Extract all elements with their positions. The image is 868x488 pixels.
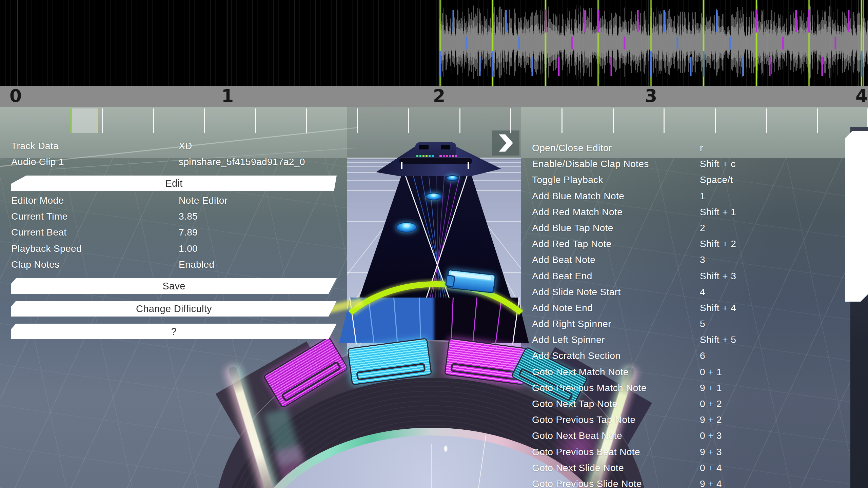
beat-number: 0: [9, 86, 22, 107]
shortcut-action: Add Scratch Section: [532, 350, 620, 362]
info-label: Playback Speed: [11, 243, 82, 255]
edit-button[interactable]: Edit: [11, 176, 337, 191]
beat-tick: [153, 108, 154, 133]
ship-light: [432, 155, 434, 157]
shortcut-keys: Shift + 3: [700, 270, 736, 282]
shortcut-keys: r: [700, 142, 703, 154]
beat-tick: [204, 108, 205, 133]
audio-waveform-timeline[interactable]: [0, 0, 868, 86]
shortcut-keys: 0 + 4: [700, 462, 722, 474]
shortcut-keys: 2: [700, 222, 705, 234]
beat-ruler[interactable]: 01234: [0, 86, 868, 107]
shortcut-action: Goto Previous Slide Note: [532, 478, 642, 488]
info-label: Track Data: [11, 140, 59, 152]
beat-tick: [561, 108, 563, 133]
player-ship-bumper: [399, 158, 472, 164]
blue-match-note: [396, 222, 417, 232]
beat-number: 1: [221, 86, 234, 107]
blue-match-note: [446, 175, 458, 181]
info-value: 3.85: [179, 211, 198, 222]
info-value: 7.89: [179, 227, 198, 238]
scrollbar-thumb[interactable]: [845, 131, 868, 302]
ship-status-lights: [416, 155, 457, 158]
shortcut-action: Goto Next Beat Note: [532, 430, 622, 442]
info-label: Current Beat: [11, 227, 67, 238]
shortcut-action: Add Right Spinner: [532, 318, 611, 330]
track-editor-root: 01234: [0, 0, 868, 488]
collapse-panel-button[interactable]: [492, 130, 519, 156]
ship-light: [416, 155, 418, 157]
beat-tick: [766, 108, 767, 133]
game-scene[interactable]: [0, 107, 868, 488]
shortcut-action: Add Note End: [532, 302, 593, 314]
beat-tick: [357, 108, 358, 133]
shortcut-keys: Space/t: [700, 174, 733, 186]
beat-tick: [255, 108, 256, 133]
current-beat-arc: [319, 278, 553, 319]
track-edge-post: [401, 162, 402, 169]
shortcut-keys: 1: [700, 190, 705, 202]
shortcut-keys: 4: [700, 286, 705, 298]
ship-light: [446, 155, 448, 157]
shortcut-keys: 9 + 4: [700, 478, 722, 488]
beat-tick: [102, 108, 103, 133]
beat-number: 2: [433, 86, 445, 107]
beat-tick: [613, 108, 614, 133]
info-label: Editor Mode: [11, 195, 64, 206]
shortcut-keys: 9 + 3: [700, 446, 722, 458]
info-label: Current Time: [11, 211, 68, 222]
wheel-face-line: [431, 444, 432, 488]
shortcut-action: Goto Previous Beat Note: [532, 446, 640, 458]
info-value: spinshare_5f4159ad917a2_0: [179, 156, 305, 168]
ship-intake: [419, 145, 429, 149]
shortcut-action: Add Blue Match Note: [532, 190, 624, 202]
info-value: XD: [179, 140, 192, 152]
shortcut-action: Goto Previous Match Note: [532, 382, 647, 394]
shortcut-action: Goto Next Slide Note: [532, 462, 624, 474]
shortcut-keys: 0 + 3: [700, 430, 722, 442]
shortcut-action: Add Beat Note: [532, 254, 595, 266]
ship-light: [426, 155, 428, 157]
ship-light: [443, 155, 445, 157]
ship-light: [449, 155, 451, 157]
shortcut-keys: Shift + 5: [700, 334, 736, 346]
shortcut-action: Add Red Match Note: [532, 206, 623, 218]
shortcut-keys: 3: [700, 254, 705, 266]
shortcut-keys: 0 + 2: [700, 398, 722, 410]
shortcut-keys: 9 + 2: [700, 414, 722, 426]
beat-tick: [664, 108, 665, 133]
shortcut-keys: 5: [700, 318, 705, 330]
info-label: Audio Clip 1: [11, 156, 64, 168]
shortcut-keys: 0 + 1: [700, 366, 722, 378]
right-chevron-icon: [498, 134, 514, 152]
shortcut-action: Add Blue Tap Note: [532, 222, 613, 234]
shortcut-keys: Shift + 2: [700, 238, 736, 250]
save-button[interactable]: Save: [11, 278, 337, 294]
ship-light: [429, 155, 431, 157]
shortcut-keys: Shift + c: [700, 158, 736, 170]
track-edge-post: [468, 162, 469, 169]
change-difficulty-button[interactable]: Change Difficulty: [11, 301, 337, 317]
ship-light: [419, 155, 421, 157]
ship-light: [422, 155, 425, 157]
ship-light: [455, 155, 457, 157]
shortcut-action: Add Red Tap Note: [532, 238, 612, 250]
shortcut-action: Goto Next Match Note: [532, 366, 629, 378]
shortcut-action: Open/Close Editor: [532, 142, 612, 154]
info-label: Clap Notes: [11, 259, 60, 270]
beat-number: 3: [645, 86, 657, 107]
blue-match-note: [426, 193, 442, 200]
shortcut-action: Add Beat End: [532, 270, 592, 282]
beat-tick: [408, 108, 409, 133]
ship-intake: [441, 145, 450, 149]
shortcut-keys: Shift + 4: [700, 302, 736, 314]
help-button[interactable]: ?: [11, 324, 337, 339]
ship-light: [452, 155, 454, 157]
beat-tick: [306, 108, 307, 133]
shortcut-action: Toggle Playback: [532, 174, 603, 186]
info-value: Enabled: [179, 259, 215, 270]
beat-tick: [510, 108, 511, 133]
shortcut-keys: 6: [700, 350, 705, 362]
loop-selection-region[interactable]: [71, 108, 98, 133]
beat-number: 4: [855, 86, 868, 107]
